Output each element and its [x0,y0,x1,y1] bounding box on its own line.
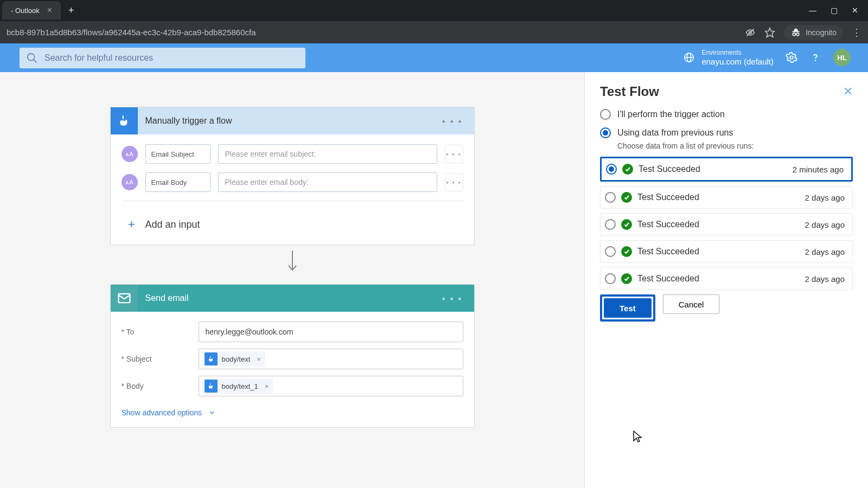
highlighted-test-button-wrap: Test [600,294,655,322]
dynamic-token[interactable]: body/text × [202,351,265,367]
connector-arrow-icon [0,245,584,284]
mail-icon [111,285,138,312]
run-label: Test Succeeded [637,247,699,256]
run-time: 2 days ago [805,193,848,202]
run-time: 2 minutes ago [793,165,847,174]
input-placeholder-field[interactable] [218,172,437,192]
previous-run-item[interactable]: Test Succeeded 2 minutes ago [600,157,853,182]
environment-picker[interactable]: Environments enayu.com (default) [683,49,774,66]
content-area: Manually trigger a flow ● ● ● ᴀA Email S… [0,72,868,488]
subject-field[interactable]: body/text × [199,349,463,369]
previous-run-item[interactable]: Test Succeeded 2 days ago [600,186,853,209]
token-remove-icon[interactable]: × [265,382,269,390]
browser-chrome: - Outlook × + — ▢ ✕ bcb8-897b1a5d8b63/fl… [0,0,868,43]
run-time: 2 days ago [805,220,848,229]
token-remove-icon[interactable]: × [257,355,261,363]
to-label: * To [122,328,199,336]
text-type-badge-icon: ᴀA [122,174,138,190]
option-manual-trigger[interactable]: I'll perform the trigger action [600,109,853,120]
token-label: body/text [222,355,251,363]
cancel-button[interactable]: Cancel [663,294,720,314]
input-label[interactable]: Email Body [145,172,210,192]
success-check-icon [621,273,632,284]
globe-icon [683,52,695,63]
incognito-badge: Incognito [784,25,843,40]
run-time: 2 days ago [805,247,848,256]
body-label: * Body [122,382,199,390]
plus-icon: + [126,217,138,232]
previous-run-item[interactable]: Test Succeeded 2 days ago [600,240,853,263]
svg-marker-2 [765,28,775,37]
previous-run-item[interactable]: Test Succeeded 2 days ago [600,213,853,236]
radio-icon [605,273,616,284]
close-window-icon[interactable]: ✕ [852,6,858,15]
panel-title: Test Flow [600,84,659,99]
maximize-icon[interactable]: ▢ [831,6,838,15]
token-label: body/text_1 [222,382,258,390]
run-label: Test Succeeded [637,274,699,284]
text-type-badge-icon: ᴀA [122,146,138,162]
option-previous-runs[interactable]: Using data from previous runs [600,127,853,138]
action-card-header[interactable]: Send email ● ● ● [111,285,474,312]
incognito-label: Incognito [806,28,837,37]
chevron-down-icon [208,409,216,416]
input-placeholder-field[interactable] [218,144,437,164]
browser-menu-icon[interactable]: ⋮ [852,27,861,38]
action-menu-icon[interactable]: ● ● ● [431,296,474,301]
to-field[interactable] [199,322,463,342]
add-input-button[interactable]: + Add an input [122,211,463,235]
trigger-input-row: ᴀA Email Subject ● ● ● [122,144,463,164]
trigger-menu-icon[interactable]: ● ● ● [431,118,474,124]
address-text[interactable]: bcb8-897b1a5d8b63/flows/a962445a-ec3c-42… [7,28,745,37]
trigger-title: Manually trigger a flow [138,116,232,126]
panel-close-icon[interactable]: ✕ [843,85,853,99]
tab-strip: - Outlook × + — ▢ ✕ [0,0,868,21]
add-input-label: Add an input [145,219,200,230]
action-title: Send email [138,293,189,303]
test-button[interactable]: Test [604,298,652,318]
trigger-icon [111,107,138,134]
prev-runs-sublabel: Choose data from a list of previous runs… [617,142,853,150]
radio-icon [600,127,611,138]
trigger-input-row: ᴀA Email Body ● ● ● [122,172,463,192]
browser-tab[interactable]: - Outlook × [2,1,61,20]
tracking-icon[interactable] [745,27,756,38]
svg-point-3 [793,33,795,35]
environment-label: Environments [701,49,774,56]
token-icon [205,380,218,393]
input-row-menu-icon[interactable]: ● ● ● [445,173,463,191]
previous-run-item[interactable]: Test Succeeded 2 days ago [600,267,853,290]
settings-gear-icon[interactable] [786,52,797,63]
tab-close-icon[interactable]: × [47,5,52,15]
success-check-icon [621,219,632,230]
svg-point-12 [815,61,816,61]
input-label[interactable]: Email Subject [145,144,210,164]
environment-value: enayu.com (default) [701,57,774,67]
new-tab-button[interactable]: + [61,5,82,16]
svg-point-11 [790,56,793,60]
input-row-menu-icon[interactable]: ● ● ● [445,145,463,163]
trigger-card-header[interactable]: Manually trigger a flow ● ● ● [111,107,474,134]
divider [122,201,463,201]
test-flow-panel: Test Flow ✕ I'll perform the trigger act… [584,72,868,488]
bookmark-star-icon[interactable] [764,27,775,38]
option-manual-label: I'll perform the trigger action [617,110,725,119]
user-avatar[interactable]: HL [833,49,851,66]
success-check-icon [621,246,632,257]
trigger-card: Manually trigger a flow ● ● ● ᴀA Email S… [110,107,475,245]
radio-icon [605,219,616,230]
tab-title: - Outlook [11,7,40,15]
radio-icon [600,109,611,120]
search-input[interactable] [20,48,305,68]
show-advanced-options[interactable]: Show advanced options [122,408,216,417]
help-icon[interactable] [809,52,821,63]
svg-line-7 [34,59,37,62]
app-top-bar: Environments enayu.com (default) HL [0,43,868,72]
flow-canvas: Manually trigger a flow ● ● ● ᴀA Email S… [0,72,584,488]
svg-point-6 [28,53,35,60]
dynamic-token[interactable]: body/text_1 × [202,378,273,394]
svg-point-4 [796,33,799,35]
body-field[interactable]: body/text_1 × [199,376,463,396]
radio-icon [605,246,616,257]
minimize-icon[interactable]: — [809,6,816,15]
